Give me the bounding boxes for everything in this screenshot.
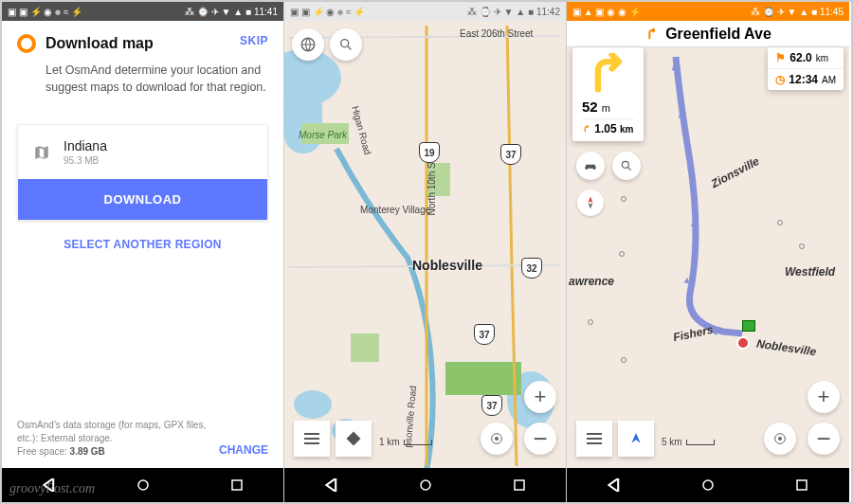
route-arrow-icon: ▲: [675, 108, 686, 120]
next-turn-distance: 52 m: [582, 99, 634, 115]
scale-bar: 5 km: [662, 437, 715, 447]
status-icons-left: ▣ ▣ ⚡ ◉ ⎈ ≈ ⚡: [8, 7, 82, 17]
home-button[interactable]: [134, 476, 153, 495]
locate-button[interactable]: [481, 423, 513, 455]
svg-point-0: [138, 480, 148, 490]
region-size: 95.3 MB: [64, 155, 107, 166]
android-nav-bar: [284, 468, 566, 502]
status-bar: ▣ ▣ ⚡ ◉ ⎈ ≈ ⚡ ⁂ ⌚ ✈ ▼ ▲ ■ 11:42: [284, 2, 566, 21]
river: [284, 21, 566, 468]
svg-point-4: [495, 437, 499, 441]
scale-bar: 1 km: [379, 437, 432, 447]
route-arrow-icon: ▲: [681, 274, 693, 286]
highway-shield: 37: [500, 144, 521, 165]
park-label: Morse Park: [299, 130, 347, 140]
place-label: Monterey Village: [360, 205, 430, 215]
watermark: groovyPost.com: [9, 481, 95, 496]
status-icons-right: ⁂ ⌚ ✈ ▼ ▲ ■: [751, 7, 817, 17]
highway-shield: 19: [419, 142, 440, 163]
screen-download-map: ▣ ▣ ⚡ ◉ ⎈ ≈ ⚡ ⁂ ⌚ ✈ ▼ ▲ ■ 11:41 Download…: [2, 2, 284, 502]
status-bar: ▣ ▣ ⚡ ◉ ⎈ ≈ ⚡ ⁂ ⌚ ✈ ▼ ▲ ■ 11:41: [2, 2, 283, 21]
trip-info-panel[interactable]: ⚑62.0 km ◷12:34 AM: [768, 47, 844, 90]
recents-button[interactable]: [227, 476, 246, 495]
map-icon: [33, 144, 50, 161]
place-label: Westfield: [785, 265, 835, 279]
status-time: 11:41: [254, 7, 278, 17]
current-location-icon: [735, 335, 751, 351]
zoom-in-button[interactable]: +: [524, 381, 556, 413]
turn-right-icon: [582, 53, 634, 97]
svg-point-6: [421, 480, 430, 490]
svg-rect-1: [232, 480, 242, 490]
road-label: East 206th Street: [460, 28, 533, 39]
city-label: Noblesville: [412, 258, 482, 273]
status-icons-right: ⁂ ⌚ ✈ ▼ ▲ ■: [185, 7, 251, 17]
place-label: awrence: [569, 275, 614, 288]
highway-shield: 37: [481, 395, 502, 416]
route-arrow-icon: ▲: [689, 218, 699, 229]
menu-button[interactable]: [294, 421, 330, 457]
storage-footer: OsmAnd's data storage (for maps, GPX fil…: [2, 409, 283, 468]
region-row[interactable]: Indiana 95.3 MB: [18, 125, 267, 179]
profile-car-button[interactable]: [576, 152, 605, 180]
svg-point-18: [703, 480, 713, 490]
navigation-arrow-button[interactable]: [618, 421, 654, 457]
screen-navigation: ▣ ▲ ▣ ◉ ◉ ⚡ ⁂ ⌚ ✈ ▼ ▲ ■ 11:45 Greenfield…: [567, 2, 849, 502]
free-space-value: 3.89 GB: [70, 446, 105, 457]
highway-shield: 37: [474, 324, 495, 345]
osmand-logo-icon: [17, 34, 36, 53]
home-button[interactable]: [699, 476, 717, 495]
menu-button[interactable]: [576, 421, 612, 457]
status-bar: ▣ ▲ ▣ ◉ ◉ ⚡ ⁂ ⌚ ✈ ▼ ▲ ■ 11:45: [567, 2, 849, 21]
layers-button[interactable]: [292, 28, 324, 61]
select-another-region-link[interactable]: SELECT ANOTHER REGION: [17, 221, 268, 268]
back-button[interactable]: [605, 476, 624, 495]
svg-point-3: [341, 40, 349, 47]
svg-point-15: [622, 161, 628, 168]
recents-button[interactable]: [792, 476, 811, 495]
svg-point-8: [737, 337, 749, 349]
nav-street-header: Greenfield Ave: [567, 21, 849, 47]
eta: ◷12:34 AM: [768, 69, 844, 90]
status-icons-left: ▣ ▣ ⚡ ◉ ⎈ ≈ ⚡: [290, 7, 365, 17]
highway-shield: 32: [521, 258, 542, 279]
search-button[interactable]: [330, 28, 362, 61]
free-space-label: Free space:: [17, 446, 70, 457]
status-icons-right: ⁂ ⌚ ✈ ▼ ▲ ■: [467, 7, 534, 17]
compass-button[interactable]: [577, 189, 604, 216]
street-name: Greenfield Ave: [665, 26, 771, 43]
download-button[interactable]: DOWNLOAD: [18, 179, 267, 220]
change-storage-link[interactable]: CHANGE: [219, 442, 268, 459]
zoom-out-button[interactable]: −: [524, 423, 556, 455]
zoom-in-button[interactable]: +: [808, 381, 840, 413]
turn-panel[interactable]: 52 m 1.05 km: [572, 47, 644, 141]
storage-text: OsmAnd's data storage (for maps, GPX fil…: [17, 420, 206, 443]
remaining-distance: ⚑62.0 km: [768, 47, 844, 69]
search-button[interactable]: [612, 152, 641, 180]
following-turn-distance: 1.05 km: [582, 118, 634, 135]
locate-button[interactable]: [764, 423, 796, 455]
status-time: 11:45: [820, 7, 844, 17]
svg-rect-19: [797, 480, 807, 490]
region-name: Indiana: [64, 138, 107, 153]
status-time: 11:42: [536, 7, 560, 17]
page-description: Let OsmAnd determine your location and s…: [45, 63, 268, 96]
skip-link[interactable]: SKIP: [240, 34, 268, 47]
route-arrow-icon: ▲: [684, 160, 695, 171]
svg-rect-7: [515, 480, 524, 490]
zoom-out-button[interactable]: −: [808, 423, 840, 455]
region-card: Indiana 95.3 MB DOWNLOAD: [17, 124, 268, 221]
recents-button[interactable]: [510, 476, 529, 495]
destination-flag-icon: [742, 320, 755, 332]
svg-point-16: [778, 437, 782, 441]
back-button[interactable]: [322, 476, 341, 495]
status-icons-left: ▣ ▲ ▣ ◉ ◉ ⚡: [572, 7, 641, 17]
page-title: Download map: [45, 35, 154, 52]
screen-map-view: ▣ ▣ ⚡ ◉ ⎈ ≈ ⚡ ⁂ ⌚ ✈ ▼ ▲ ■ 11:42: [284, 2, 567, 502]
directions-button[interactable]: [336, 421, 372, 457]
map-surface[interactable]: East 206th Street Morse Park Monterey Vi…: [284, 21, 566, 468]
turn-right-icon: [644, 27, 660, 42]
home-button[interactable]: [416, 476, 435, 495]
route-arrow-icon: ▲: [668, 61, 680, 73]
android-nav-bar: [567, 468, 849, 502]
